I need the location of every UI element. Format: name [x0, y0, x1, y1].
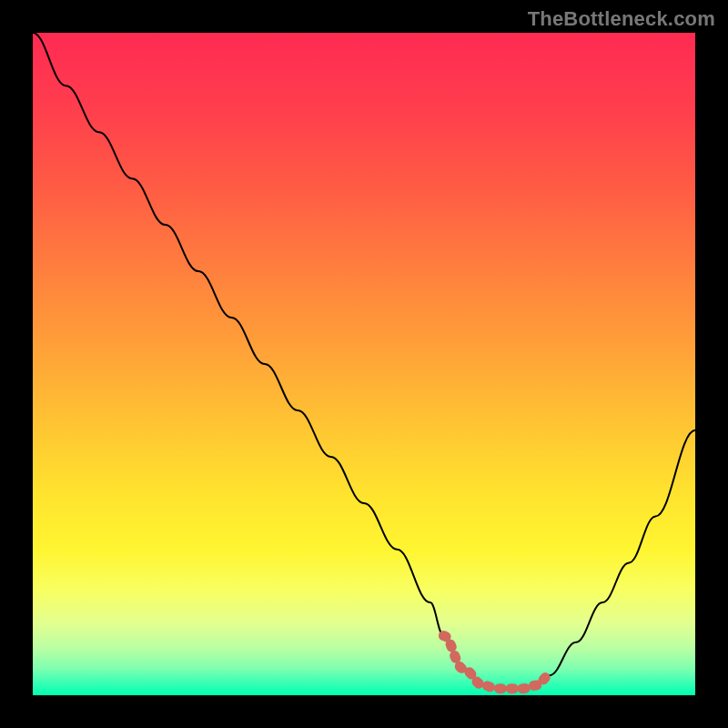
curve-overlay — [33, 33, 695, 695]
bottleneck-curve — [33, 33, 695, 689]
chart-container: TheBottleneck.com — [0, 0, 728, 728]
plot-area — [33, 33, 695, 695]
bottleneck-highlight — [443, 636, 549, 689]
watermark-text: TheBottleneck.com — [528, 7, 715, 31]
